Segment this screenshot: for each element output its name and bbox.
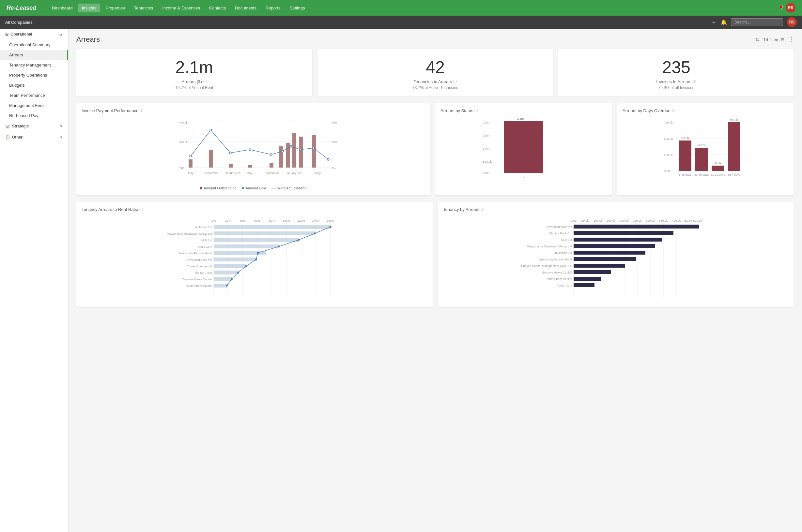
sidebar-item-management-fees[interactable]: Management Fees: [0, 100, 68, 111]
svg-text:0.00: 0.00: [179, 167, 185, 170]
more-options-button[interactable]: ⋮: [788, 36, 794, 43]
kpi-label-tenancies: Tenancies in Arrears ⓘ: [325, 79, 546, 84]
sidebar-item-property-operations[interactable]: Property Operations: [0, 70, 68, 80]
chevron-up-icon: ▲: [59, 32, 63, 36]
svg-rect-59: [712, 166, 724, 171]
tenancy-ratio-chart: 0% 20% 40% 60% 80% 100% 120% 140% 160%: [81, 216, 427, 301]
svg-text:1.5m: 1.5m: [483, 134, 489, 137]
svg-text:0%: 0%: [331, 167, 336, 170]
nav-right: ? RS: [780, 3, 796, 13]
sidebar-item-operational-summary[interactable]: Operational Summary: [0, 40, 68, 50]
nav-income-expenses[interactable]: Income & Expenses: [158, 4, 204, 13]
arrears-status-chart: 2.0m 1.5m 1.0m 500.0k 0.00 2.1m a: [440, 117, 607, 189]
sidebar-section-other[interactable]: 📋 Other ▼: [0, 132, 68, 143]
svg-text:140%: 140%: [312, 219, 320, 222]
sidebar-section-strategic[interactable]: 📊 Strategic ▼: [0, 120, 68, 132]
svg-text:150.0k: 150.0k: [606, 219, 616, 222]
svg-text:Clynes Commercial: Clynes Commercial: [187, 265, 212, 268]
svg-text:96.4k: 96.4k: [714, 162, 722, 165]
svg-point-116: [226, 285, 228, 287]
info-icon-arrears[interactable]: ⓘ: [203, 79, 207, 84]
sidebar-item-tenancy-management[interactable]: Tenancy Management: [0, 60, 68, 70]
info-icon-invoices[interactable]: ⓘ: [693, 79, 696, 84]
chart-invoice-payment: Invoice Payment Performance ⓘ 400.0k 200…: [76, 103, 430, 195]
svg-point-23: [270, 154, 272, 155]
filter-button[interactable]: 14 filters ⊟: [764, 37, 784, 42]
svg-text:2.0m: 2.0m: [483, 121, 489, 124]
info-icon-days[interactable]: ⓘ: [672, 108, 675, 113]
svg-text:750.0k: 750.0k: [664, 121, 673, 124]
svg-rect-147: [573, 225, 699, 229]
arrears-days-chart: 750.0k 500.0k 250.0k 0.00 552.4k 428.0k: [622, 117, 789, 189]
refresh-button[interactable]: ↻: [755, 37, 760, 43]
nav-insights[interactable]: Insights: [78, 4, 101, 13]
info-icon-tenancies[interactable]: ⓘ: [453, 79, 457, 84]
info-icon-status[interactable]: ⓘ: [474, 108, 478, 113]
strategic-icon: 📊: [5, 124, 10, 129]
svg-text:1.0m: 1.0m: [483, 147, 489, 150]
sidebar-item-budgets[interactable]: Budgets: [0, 80, 68, 90]
svg-text:500.0k: 500.0k: [664, 137, 673, 140]
svg-text:0.00: 0.00: [571, 219, 577, 222]
kpi-card-invoices: 235 Invoices In Arrears ⓘ 79.9% of all I…: [558, 49, 794, 96]
svg-text:Cheyne Capital Management (UK): Cheyne Capital Management (UK) LLP: [521, 264, 572, 268]
info-icon-tenancy-arrears[interactable]: ⓘ: [480, 207, 484, 212]
user-avatar[interactable]: RS: [786, 3, 796, 13]
info-icon-invoice[interactable]: ⓘ: [140, 108, 143, 113]
company-selector[interactable]: All Companies: [5, 20, 33, 25]
sidebar-item-released-pay[interactable]: Re-Leased Pay: [0, 111, 68, 120]
sidebar-item-team-performance[interactable]: Team Performance: [0, 90, 68, 100]
sidebar: ⊞ Operational ▲ Operational Summary Arre…: [0, 29, 69, 532]
filter-count: 14 filters: [764, 37, 780, 42]
svg-rect-9: [188, 159, 193, 168]
bell-icon[interactable]: 🔔: [721, 19, 727, 25]
svg-text:20%: 20%: [331, 140, 338, 144]
kpi-card-tenancies: 42 Tenancies in Arrears ⓘ 73.7% of Activ…: [317, 49, 553, 96]
svg-rect-15: [286, 143, 290, 168]
nav-documents[interactable]: Documents: [231, 4, 260, 13]
svg-text:Lululemon Ltd: Lululemon Ltd: [194, 226, 212, 229]
svg-text:400.0k: 400.0k: [672, 219, 681, 222]
svg-text:50.0k: 50.0k: [581, 219, 589, 222]
info-icon-ratio[interactable]: ⓘ: [139, 207, 143, 212]
svg-rect-13: [270, 163, 273, 168]
svg-rect-152: [573, 257, 636, 261]
user-avatar-sub[interactable]: RS: [787, 17, 797, 27]
notification-dot: [780, 5, 782, 8]
svg-text:2.1m: 2.1m: [517, 117, 524, 120]
nav-reports[interactable]: Reports: [262, 4, 285, 13]
sidebar-operational-items: Operational Summary Arrears Tenancy Mana…: [0, 40, 68, 120]
chart-status-title: Arrears by Status ⓘ: [440, 108, 607, 113]
search-input[interactable]: [731, 18, 783, 26]
kpi-sub-tenancies: 73.7% of Active Tenancies: [325, 86, 546, 90]
svg-rect-149: [573, 238, 662, 242]
sidebar-section-other-title: 📋 Other: [5, 135, 22, 139]
chart-arrears-days: Arrears by Days Overdue ⓘ 750.0k 500.0k …: [617, 103, 794, 195]
svg-rect-16: [292, 133, 296, 168]
svg-text:May: May: [188, 171, 194, 175]
svg-rect-154: [573, 270, 611, 274]
nav-tenancies[interactable]: Tenancies: [130, 4, 157, 13]
bottom-row: Tenancy Arrears to Rent Ratio ⓘ 0% 20% 4…: [76, 202, 794, 307]
chart-row-1: Invoice Payment Performance ⓘ 400.0k 200…: [76, 103, 794, 195]
svg-text:100.0k: 100.0k: [594, 219, 603, 222]
add-icon[interactable]: ＋: [711, 19, 716, 26]
svg-point-21: [230, 152, 231, 154]
svg-text:80%: 80%: [269, 219, 275, 222]
sidebar-section-operational[interactable]: ⊞ Operational ▲: [0, 29, 68, 40]
app-logo: Re-Leased: [6, 4, 36, 12]
svg-text:250.0k: 250.0k: [633, 219, 642, 222]
nav-properties[interactable]: Properties: [102, 4, 129, 13]
svg-text:450.0k: 450.0k: [683, 219, 692, 222]
sidebar-item-arrears[interactable]: Arrears: [0, 50, 68, 60]
svg-text:The Ivy - Asia: The Ivy - Asia: [194, 271, 212, 274]
nav-dashboard[interactable]: Dashboard: [48, 4, 77, 13]
nav-contacts[interactable]: Contacts: [205, 4, 230, 13]
nav-settings[interactable]: Settings: [286, 4, 309, 13]
svg-rect-11: [229, 164, 233, 168]
svg-text:1-30 days: 1-30 days: [679, 173, 692, 176]
kpi-value-arrears: 2.1m: [84, 58, 305, 77]
svg-text:South Street Capital: South Street Capital: [186, 284, 212, 287]
svg-point-28: [327, 158, 329, 160]
svg-text:400.0k: 400.0k: [179, 121, 188, 124]
